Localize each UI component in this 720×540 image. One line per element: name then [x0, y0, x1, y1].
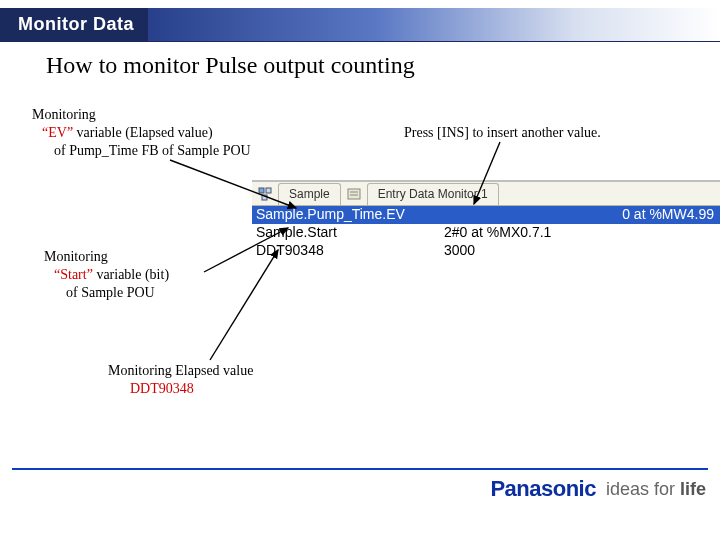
monitor-window: Sample Entry Data Monitor 1 Sample.Pump_…: [252, 180, 720, 260]
svg-rect-3: [348, 189, 360, 199]
text-highlight: “EV”: [42, 125, 73, 140]
text-highlight: DDT90348: [108, 380, 253, 398]
footer-logo: Panasonic ideas for life: [490, 476, 706, 502]
annotation-start: Monitoring “Start” variable (bit) of Sam…: [44, 248, 169, 302]
svg-rect-1: [266, 188, 271, 193]
monitor-row[interactable]: Sample.Pump_Time.EV 0 at %MW4.99: [252, 206, 720, 224]
page-title: Monitor Data: [0, 8, 148, 41]
annotation-ddt: Monitoring Elapsed value DDT90348: [108, 362, 253, 398]
tab-label: Entry Data Monitor 1: [378, 187, 488, 201]
tab-sample[interactable]: Sample: [278, 183, 341, 205]
text-line: “EV” variable (Elapsed value): [32, 124, 251, 142]
text-span: variable (Elapsed value): [73, 125, 213, 140]
monitor-rows: Sample.Pump_Time.EV 0 at %MW4.99 Sample.…: [252, 206, 720, 260]
tab-bar: Sample Entry Data Monitor 1: [252, 182, 720, 206]
text-line: Monitoring: [44, 248, 169, 266]
tagline-bold: life: [680, 479, 706, 499]
pou-tree-icon: [258, 187, 272, 201]
svg-rect-2: [262, 195, 267, 200]
tagline-text: ideas for: [606, 479, 680, 499]
data-monitor-icon: [347, 187, 361, 201]
var-value: 0 at %MW4.99: [440, 206, 720, 224]
page-subtitle: How to monitor Pulse output counting: [46, 52, 720, 79]
text-highlight: “Start”: [54, 267, 93, 282]
var-value: 3000: [440, 242, 720, 260]
annotation-ev: Monitoring “EV” variable (Elapsed value)…: [32, 106, 251, 160]
text-line: Monitoring Elapsed value: [108, 362, 253, 380]
var-value: 2#0 at %MX0.7.1: [440, 224, 720, 242]
text-line: “Start” variable (bit): [44, 266, 169, 284]
brand-wordmark: Panasonic: [490, 476, 596, 502]
text-line: of Pump_Time FB of Sample POU: [32, 142, 251, 160]
title-bar: Monitor Data: [0, 8, 720, 42]
text-line: of Sample POU: [44, 284, 169, 302]
text-line: Monitoring: [32, 106, 251, 124]
footer-divider: [12, 468, 708, 470]
title-gradient: [148, 8, 720, 41]
var-name: Sample.Pump_Time.EV: [252, 206, 440, 224]
annotation-ins: Press [INS] to insert another value.: [404, 124, 601, 142]
svg-rect-0: [259, 188, 264, 193]
brand-tagline: ideas for life: [606, 479, 706, 502]
monitor-row[interactable]: DDT90348 3000: [252, 242, 720, 260]
text-span: variable (bit): [93, 267, 169, 282]
var-name: Sample.Start: [252, 224, 440, 242]
tab-label: Sample: [289, 187, 330, 201]
tab-entry-data-monitor[interactable]: Entry Data Monitor 1: [367, 183, 499, 205]
var-name: DDT90348: [252, 242, 440, 260]
arrow-line: [210, 250, 278, 360]
monitor-row[interactable]: Sample.Start 2#0 at %MX0.7.1: [252, 224, 720, 242]
